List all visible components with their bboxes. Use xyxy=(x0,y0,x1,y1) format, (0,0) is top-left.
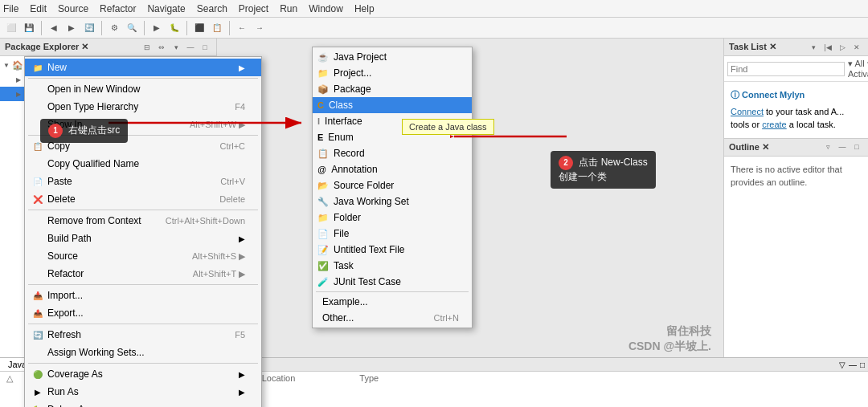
sub-source-folder[interactable]: 📂 Source Folder xyxy=(313,177,472,193)
menu-refactor[interactable]: Refactor xyxy=(100,3,136,14)
toolbar-btn-13[interactable]: → xyxy=(252,20,268,36)
collapse-all-icon[interactable]: ⊟ xyxy=(141,41,154,54)
menu-project[interactable]: Project xyxy=(239,3,268,14)
ctx-paste-label: Paste xyxy=(47,176,72,187)
toolbar-btn-4[interactable]: ▶ xyxy=(63,20,80,36)
sub-project[interactable]: 📁 Project... xyxy=(313,65,472,81)
task-filter-label[interactable]: ▾ All ▾ Activa xyxy=(848,59,868,79)
watermark-text: 留住科技CSDN @半坡上. xyxy=(628,324,711,355)
link-with-editor-icon[interactable]: ⇔ xyxy=(155,41,168,54)
connect-link[interactable]: Connect xyxy=(731,107,764,116)
bottom-filter-icon[interactable]: ▽ xyxy=(839,360,845,369)
bottom-max-icon[interactable]: □ xyxy=(860,360,865,369)
bottom-menu-icon[interactable]: — xyxy=(849,360,857,369)
working-set-icon: 🔧 xyxy=(317,197,329,207)
menu-help[interactable]: Help xyxy=(354,3,375,14)
sub-interface-label: Interface xyxy=(325,116,362,127)
ctx-copy-qualified[interactable]: Copy Qualified Name xyxy=(25,155,261,173)
ctx-copy-qualified-label: Copy Qualified Name xyxy=(47,158,139,169)
outline-title: Outline ✕ xyxy=(729,142,769,153)
sub-package[interactable]: 📦 Package xyxy=(313,81,472,97)
task-icon-2[interactable]: |◀ xyxy=(821,41,834,54)
outline-content: There is no active editor that provides … xyxy=(724,157,868,196)
ctx-run-as[interactable]: ▶ Run As ▶ xyxy=(25,383,261,401)
sub-junit-label: JUnit Test Case xyxy=(334,276,401,287)
toolbar-sep-4 xyxy=(186,21,187,35)
sub-record[interactable]: 📋 Record xyxy=(313,145,472,161)
create-link[interactable]: create xyxy=(762,120,787,129)
ctx-delete[interactable]: ❌ Delete Delete xyxy=(25,190,261,208)
menu-file[interactable]: File xyxy=(3,3,18,14)
sub-untitled-text-file[interactable]: 📝 Untitled Text File xyxy=(313,242,472,258)
sub-folder[interactable]: 📁 Folder xyxy=(313,210,472,226)
ctx-open-type-hierarchy[interactable]: Open Type Hierarchy F4 xyxy=(25,98,261,116)
ctx-build-path[interactable]: Build Path ▶ xyxy=(25,230,261,247)
toolbar-btn-11[interactable]: 📋 xyxy=(209,20,225,36)
ctx-coverage-as[interactable]: 🟢 Coverage As ▶ xyxy=(25,365,261,383)
sub-annotation[interactable]: @ Annotation xyxy=(313,161,472,177)
toolbar-btn-9[interactable]: 🐛 xyxy=(166,20,182,36)
minimize-icon[interactable]: — xyxy=(184,41,197,54)
sub-java-working-set[interactable]: 🔧 Java Working Set xyxy=(313,193,472,210)
col-indicator: △ xyxy=(6,373,13,384)
sub-task-label: Task xyxy=(334,260,354,271)
ctx-export[interactable]: 📤 Export... xyxy=(25,304,261,322)
toolbar-btn-5[interactable]: 🔄 xyxy=(81,20,97,36)
ctx-refactor[interactable]: Refactor Alt+Shift+T ▶ xyxy=(25,265,261,283)
ctx-import-label: Import... xyxy=(47,290,83,301)
annotation-right: 2 点击 New-Class创建一个类 xyxy=(551,151,656,189)
ctx-type-hierarchy-label: Open Type Hierarchy xyxy=(47,101,138,112)
outline-icon-1[interactable]: ▿ xyxy=(821,140,834,153)
menu-search[interactable]: Search xyxy=(197,3,227,14)
ctx-run-arrow: ▶ xyxy=(239,388,245,397)
sub-java-project[interactable]: ☕ Java Project xyxy=(313,49,472,65)
sub-annotation-label: Annotation xyxy=(331,164,377,175)
sub-task[interactable]: ✅ Task xyxy=(313,258,472,274)
package-icon: 📦 xyxy=(317,84,329,95)
sub-example[interactable]: Example... xyxy=(313,294,472,310)
toolbar-btn-2[interactable]: 💾 xyxy=(21,20,37,36)
ctx-debug-as[interactable]: 🐛 Debug As ▶ xyxy=(25,401,261,407)
menu-run[interactable]: Run xyxy=(280,3,297,14)
view-menu-icon[interactable]: ▾ xyxy=(170,41,182,54)
ctx-assign-working-sets[interactable]: Assign Working Sets... xyxy=(25,344,261,361)
toolbar-btn-10[interactable]: ⬛ xyxy=(191,20,207,36)
toolbar-btn-7[interactable]: 🔍 xyxy=(124,20,140,36)
toolbar-btn-8[interactable]: ▶ xyxy=(149,20,165,36)
ctx-new[interactable]: 📁 New ▶ xyxy=(25,59,261,76)
menu-window[interactable]: Window xyxy=(309,3,343,14)
sub-other[interactable]: Other... Ctrl+N xyxy=(313,310,472,326)
ctx-open-new-window[interactable]: Open in New Window xyxy=(25,80,261,98)
sub-other-label: Other... xyxy=(322,312,354,324)
sub-junit-test-case[interactable]: 🧪 JUnit Test Case xyxy=(313,274,472,290)
toolbar-btn-3[interactable]: ◀ xyxy=(46,20,62,36)
toolbar-btn-12[interactable]: ← xyxy=(234,20,250,36)
ctx-refresh[interactable]: 🔄 Refresh F5 xyxy=(25,326,261,344)
ctx-import[interactable]: 📥 Import... xyxy=(25,287,261,304)
ctx-source[interactable]: Source Alt+Shift+S ▶ xyxy=(25,247,261,265)
task-find-input[interactable] xyxy=(727,62,845,76)
maximize-icon[interactable]: □ xyxy=(199,41,211,54)
task-icon-4[interactable]: ✕ xyxy=(850,41,863,54)
task-icon-1[interactable]: ▾ xyxy=(807,41,820,54)
menu-navigate[interactable]: Navigate xyxy=(147,3,185,14)
toolbar-btn-6[interactable]: ⚙ xyxy=(106,20,122,36)
ctx-coverage-icon: 🟢 xyxy=(31,368,44,381)
toolbar-btn-1[interactable]: ⬜ xyxy=(3,20,19,36)
folder-icon: 📁 xyxy=(317,213,329,223)
ctx-remove-context[interactable]: Remove from Context Ctrl+Alt+Shift+Down xyxy=(25,212,261,230)
sub-record-label: Record xyxy=(334,148,365,159)
sub-sep xyxy=(316,291,469,292)
sub-package-label: Package xyxy=(334,83,371,95)
menu-edit[interactable]: Edit xyxy=(30,3,47,14)
menu-source[interactable]: Source xyxy=(58,3,88,14)
sub-class[interactable]: C Class xyxy=(313,97,472,113)
sub-file[interactable]: 📄 File xyxy=(313,226,472,242)
ctx-run-label: Run As xyxy=(47,386,79,397)
ctx-remove-icon xyxy=(31,214,44,227)
ctx-paste[interactable]: 📄 Paste Ctrl+V xyxy=(25,173,261,190)
outline-icon-3[interactable]: □ xyxy=(850,140,863,153)
task-icon-3[interactable]: ▷ xyxy=(836,41,849,54)
sub-other-shortcut: Ctrl+N xyxy=(434,313,459,323)
outline-icon-2[interactable]: — xyxy=(836,140,849,153)
